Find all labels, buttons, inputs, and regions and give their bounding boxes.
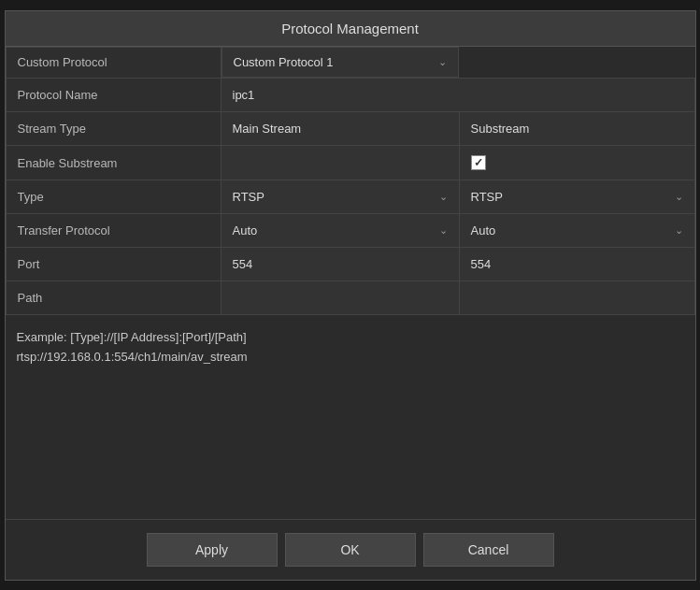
transfer-sub-arrow-icon: ⌄ [675, 224, 683, 237]
transfer-sub-cell[interactable]: Auto ⌄ [459, 214, 694, 248]
enable-substream-checkbox[interactable] [471, 155, 486, 170]
enable-substream-label: Enable Substream [6, 146, 221, 180]
apply-button[interactable]: Apply [147, 533, 278, 567]
ok-button[interactable]: OK [285, 533, 416, 567]
type-row: Type RTSP ⌄ RTSP ⌄ [6, 180, 694, 214]
dialog-body: Custom Protocol Custom Protocol 1 ⌄ Prot… [6, 47, 695, 519]
transfer-protocol-label: Transfer Protocol [6, 214, 221, 248]
port-label: Port [6, 248, 221, 281]
type-main-value: RTSP [233, 190, 264, 204]
form-table: Custom Protocol Custom Protocol 1 ⌄ Prot… [6, 47, 695, 316]
stream-type-row: Stream Type Main Stream Substream [6, 112, 694, 146]
dialog-footer: Apply OK Cancel [6, 519, 695, 580]
type-sub-cell[interactable]: RTSP ⌄ [459, 180, 694, 214]
custom-protocol-value: Custom Protocol 1 [234, 55, 334, 69]
protocol-management-dialog: Protocol Management Custom Protocol Cust… [5, 10, 696, 581]
custom-protocol-row: Custom Protocol Custom Protocol 1 ⌄ [6, 47, 694, 79]
path-main-value[interactable] [221, 281, 459, 315]
protocol-name-row: Protocol Name ipc1 [6, 79, 694, 112]
cancel-button[interactable]: Cancel [423, 533, 554, 567]
path-sub-value[interactable] [459, 281, 694, 315]
enable-substream-main-cell [221, 146, 459, 180]
stream-type-label: Stream Type [6, 112, 221, 146]
port-main-value: 554 [221, 248, 459, 281]
type-label: Type [6, 180, 221, 214]
dialog-title: Protocol Management [6, 11, 695, 47]
port-row: Port 554 554 [6, 248, 694, 281]
example-line1: Example: [Type]://[IP Address]:[Port]/[P… [17, 328, 684, 348]
type-sub-value: RTSP [471, 190, 503, 204]
path-label: Path [6, 281, 221, 315]
transfer-main-value: Auto [233, 223, 258, 237]
transfer-sub-value: Auto [471, 223, 496, 237]
custom-protocol-label: Custom Protocol [6, 47, 221, 79]
type-main-cell[interactable]: RTSP ⌄ [221, 180, 459, 214]
transfer-main-cell[interactable]: Auto ⌄ [221, 214, 459, 248]
protocol-name-value: ipc1 [221, 79, 694, 112]
path-row: Path [6, 281, 694, 315]
port-sub-value: 554 [459, 248, 694, 281]
enable-substream-sub-cell[interactable] [459, 146, 694, 180]
type-sub-arrow-icon: ⌄ [675, 191, 683, 203]
custom-protocol-value-cell[interactable]: Custom Protocol 1 ⌄ [221, 47, 460, 78]
example-line2: rtsp://192.168.0.1:554/ch1/main/av_strea… [17, 348, 684, 367]
custom-protocol-arrow-icon: ⌄ [438, 56, 447, 68]
transfer-main-arrow-icon: ⌄ [439, 224, 448, 237]
protocol-name-label: Protocol Name [6, 79, 221, 112]
stream-type-main: Main Stream [221, 112, 459, 146]
example-text-block: Example: [Type]://[IP Address]:[Port]/[P… [6, 315, 695, 375]
enable-substream-row: Enable Substream [6, 146, 694, 180]
transfer-protocol-row: Transfer Protocol Auto ⌄ Auto ⌄ [6, 214, 694, 248]
stream-type-sub: Substream [459, 112, 694, 146]
type-main-arrow-icon: ⌄ [439, 191, 448, 203]
